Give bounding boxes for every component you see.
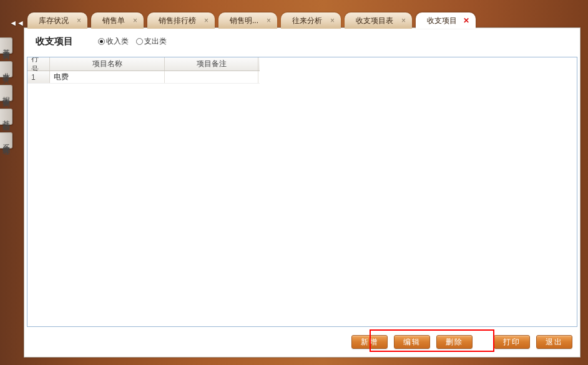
page-title: 收支项目	[36, 36, 73, 47]
col-header-note[interactable]: 项目备注	[165, 57, 258, 71]
sidebar-item-reports[interactable]: 报表查询	[0, 85, 12, 101]
sidebar-item-basic-data[interactable]: 基本资料	[0, 37, 12, 54]
radio-expense[interactable]: 支出类	[136, 36, 167, 47]
tab-label: 库存状况	[39, 16, 69, 26]
close-icon[interactable]: ×	[267, 16, 271, 25]
exit-button[interactable]: 退出	[536, 335, 572, 349]
button-label: 退出	[546, 337, 563, 348]
tab-label: 销售明...	[230, 16, 258, 26]
radio-icon	[136, 38, 143, 45]
tab-ar-ap[interactable]: 往来分析 ×	[281, 12, 341, 29]
tab-sales-detail[interactable]: 销售明... ×	[218, 12, 277, 29]
sidebar-item-sys-manage[interactable]: 系统管理	[0, 132, 12, 148]
col-header-rownum[interactable]: 行号	[27, 57, 50, 71]
radio-label: 收入类	[106, 36, 129, 47]
tab-sales-order[interactable]: 销售单 ×	[91, 12, 144, 29]
button-label: 删除	[446, 337, 463, 348]
sidebar: 基本资料 业务录入 报表查询 其它功能 系统管理	[0, 37, 12, 365]
tab-label: 收支项目表	[356, 16, 393, 26]
tab-label: 销售单	[102, 16, 125, 26]
tab-label: 销售排行榜	[159, 16, 196, 26]
main-panel: 收支项目 收入类 支出类 行号 项目名称 项目备注 1 电费 新增	[24, 27, 581, 358]
col-header-name[interactable]: 项目名称	[50, 57, 165, 71]
sidebar-item-biz-entry[interactable]: 业务录入	[0, 61, 12, 77]
table-row[interactable]: 1 电费	[27, 71, 260, 84]
category-radio-group: 收入类 支出类	[98, 36, 170, 47]
sidebar-item-label: 基本资料	[1, 43, 11, 48]
add-button[interactable]: 新增	[351, 335, 388, 349]
sidebar-item-label: 业务录入	[1, 67, 11, 72]
button-label: 编辑	[403, 337, 421, 348]
print-button[interactable]: 打印	[494, 335, 530, 349]
tab-inventory[interactable]: 库存状况 ×	[27, 12, 87, 29]
table-header-row: 行号 项目名称 项目备注	[27, 57, 260, 71]
close-icon[interactable]: ✕	[463, 16, 469, 25]
close-icon[interactable]: ×	[204, 16, 208, 25]
close-icon[interactable]: ×	[133, 16, 137, 25]
tab-bar: ◄◄ 库存状况 × 销售单 × 销售排行榜 × 销售明... × 往来分析 × …	[11, 11, 588, 29]
sidebar-item-label: 系统管理	[1, 138, 11, 143]
tab-sales-rank[interactable]: 销售排行榜 ×	[147, 12, 215, 29]
tab-label: 收支项目	[427, 16, 457, 26]
panel-header: 收支项目 收入类 支出类	[24, 28, 580, 54]
cell-name: 电费	[50, 71, 165, 83]
close-icon[interactable]: ×	[330, 16, 335, 25]
sidebar-item-label: 报表查询	[1, 90, 11, 95]
tab-income-expense-item[interactable]: 收支项目 ✕	[416, 12, 476, 29]
radio-icon	[98, 38, 105, 45]
edit-button[interactable]: 编辑	[394, 335, 430, 349]
button-label: 打印	[503, 337, 521, 348]
cell-rownum: 1	[27, 71, 50, 83]
close-icon[interactable]: ×	[77, 16, 81, 25]
table-body: 1 电费	[27, 71, 260, 84]
button-label: 新增	[361, 337, 378, 348]
radio-income[interactable]: 收入类	[98, 36, 129, 47]
cell-note	[165, 71, 258, 83]
items-table: 行号 项目名称 项目备注 1 电费	[27, 57, 577, 327]
sidebar-item-label: 其它功能	[1, 114, 11, 119]
tabs-scroll-left-icon[interactable]: ◄◄	[11, 17, 22, 29]
tab-income-expense-table[interactable]: 收支项目表 ×	[345, 12, 412, 29]
radio-label: 支出类	[144, 36, 167, 47]
close-icon[interactable]: ×	[401, 16, 406, 25]
action-bar: 新增 编辑 删除 打印 退出	[27, 329, 577, 354]
sidebar-item-other[interactable]: 其它功能	[0, 109, 12, 125]
delete-button[interactable]: 删除	[436, 335, 473, 349]
tab-label: 往来分析	[292, 16, 322, 26]
